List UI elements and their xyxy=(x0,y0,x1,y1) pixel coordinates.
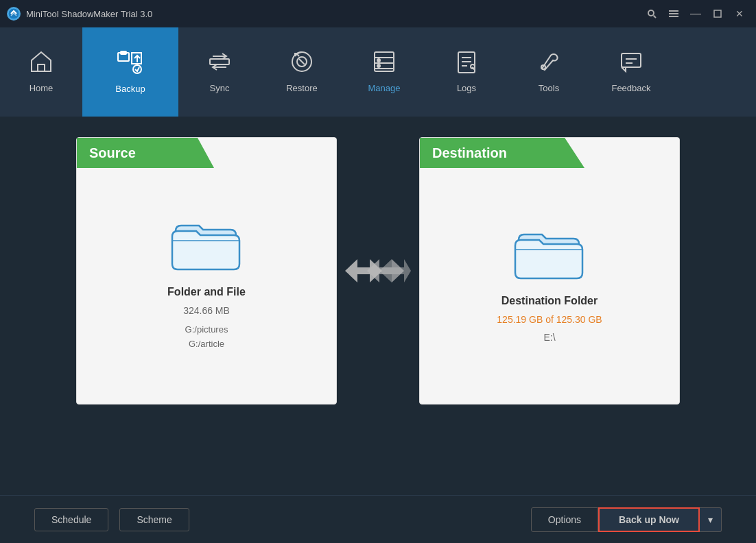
cards-row: Source Folder and File 324.66 MB G:/pict… xyxy=(42,137,714,405)
window-controls: — ✕ xyxy=(642,5,749,22)
minimize-button[interactable]: — xyxy=(686,5,705,22)
source-card-header: Source xyxy=(77,138,336,168)
menu-button[interactable] xyxy=(664,5,683,22)
manage-icon xyxy=(372,49,397,77)
destination-path: E:\ xyxy=(543,332,555,343)
titlebar-left: MiniTool ShadowMaker Trial 3.0 xyxy=(7,7,152,21)
options-button[interactable]: Options xyxy=(531,507,598,532)
source-folder-icon-area xyxy=(169,210,244,272)
feedback-icon xyxy=(619,49,643,77)
scheme-button[interactable]: Scheme xyxy=(119,508,189,531)
logs-icon xyxy=(454,49,479,77)
nav-label-tools: Tools xyxy=(539,83,559,93)
nav-item-restore[interactable]: Restore xyxy=(261,27,343,117)
maximize-button[interactable] xyxy=(708,5,727,22)
bottom-right-buttons: Options Back up Now ▾ xyxy=(531,507,722,532)
nav-label-logs: Logs xyxy=(457,83,476,93)
search-button[interactable] xyxy=(642,5,661,22)
schedule-button[interactable]: Schedule xyxy=(34,508,108,531)
destination-size: 125.19 GB of 125.30 GB xyxy=(497,314,602,325)
svg-point-24 xyxy=(471,64,475,69)
tools-icon xyxy=(536,49,561,77)
nav-label-backup: Backup xyxy=(115,84,145,94)
bottom-left-buttons: Schedule Scheme xyxy=(34,508,189,531)
nav-item-logs[interactable]: Logs xyxy=(425,27,508,117)
backup-dropdown-button[interactable]: ▾ xyxy=(700,507,722,532)
arrow-connector xyxy=(337,254,419,288)
source-size: 324.66 MB xyxy=(183,305,230,316)
svg-point-1 xyxy=(648,10,654,16)
navbar: Home Backup Sync xyxy=(0,27,756,117)
nav-label-feedback: Feedback xyxy=(611,83,650,93)
sync-icon xyxy=(207,49,232,77)
restore-icon xyxy=(290,49,314,77)
nav-label-sync: Sync xyxy=(210,83,230,93)
svg-point-18 xyxy=(377,59,380,62)
backup-icon xyxy=(117,50,144,78)
svg-rect-11 xyxy=(210,59,229,64)
backup-now-button[interactable]: Back up Now xyxy=(598,507,700,532)
nav-item-home[interactable]: Home xyxy=(0,27,82,117)
nav-label-home: Home xyxy=(29,83,54,93)
main-content: Source Folder and File 324.66 MB G:/pict… xyxy=(0,117,756,495)
titlebar: MiniTool ShadowMaker Trial 3.0 — ✕ xyxy=(0,0,756,27)
destination-card-header: Destination xyxy=(420,138,679,168)
dropdown-arrow-icon: ▾ xyxy=(708,514,713,525)
source-path1: G:/pictures xyxy=(185,323,228,337)
nav-label-manage: Manage xyxy=(368,83,401,93)
app-logo-icon xyxy=(7,7,21,21)
source-header-label: Source xyxy=(89,145,136,161)
close-button[interactable]: ✕ xyxy=(730,5,749,22)
nav-item-manage[interactable]: Manage xyxy=(343,27,425,117)
source-title: Folder and File xyxy=(167,286,246,298)
nav-label-restore: Restore xyxy=(286,83,318,93)
svg-rect-7 xyxy=(38,64,45,71)
destination-card[interactable]: Destination Destination Folder 125.19 GB… xyxy=(419,137,680,405)
app-title: MiniTool ShadowMaker Trial 3.0 xyxy=(26,9,152,19)
destination-header-label: Destination xyxy=(432,145,507,161)
svg-rect-6 xyxy=(714,10,721,17)
source-path2: G:/article xyxy=(185,337,228,352)
nav-item-tools[interactable]: Tools xyxy=(508,27,590,117)
source-card[interactable]: Source Folder and File 324.66 MB G:/pict… xyxy=(76,137,337,405)
bottom-bar: Schedule Scheme Options Back up Now ▾ xyxy=(0,495,756,543)
nav-item-feedback[interactable]: Feedback xyxy=(590,27,672,117)
source-paths: G:/pictures G:/article xyxy=(185,323,228,352)
nav-item-sync[interactable]: Sync xyxy=(178,27,261,117)
destination-folder-icon-area xyxy=(512,219,587,281)
svg-point-19 xyxy=(377,64,380,67)
destination-title: Destination Folder xyxy=(501,295,598,307)
svg-rect-26 xyxy=(622,53,641,67)
svg-line-2 xyxy=(654,16,657,19)
home-icon xyxy=(29,49,54,77)
nav-item-backup[interactable]: Backup xyxy=(82,27,178,117)
